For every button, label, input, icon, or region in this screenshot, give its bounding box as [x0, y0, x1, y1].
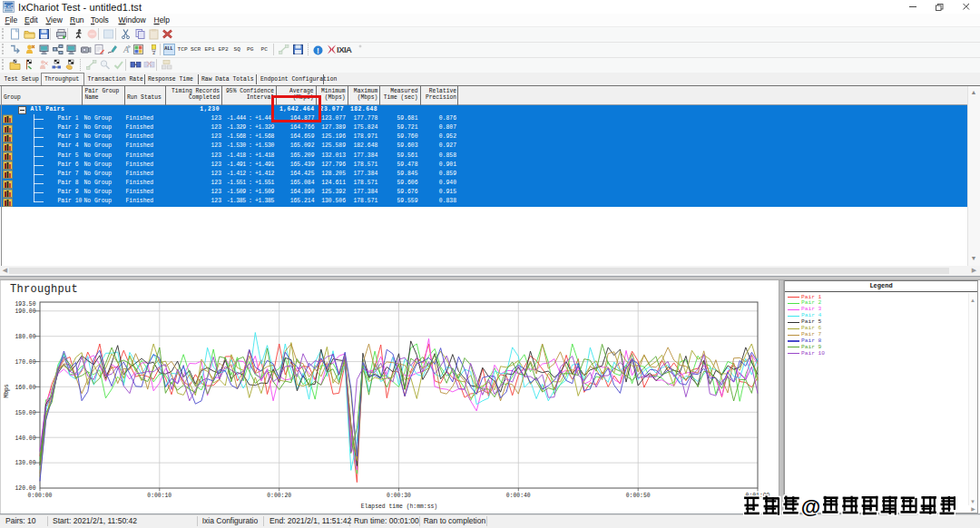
svg-text:180.00: 180.00	[15, 334, 35, 340]
svg-text:0:00:50: 0:00:50	[626, 493, 651, 499]
svg-text:0:00:40: 0:00:40	[506, 493, 531, 499]
svg-text:170.00: 170.00	[15, 359, 35, 366]
svg-text:0:00:10: 0:00:10	[147, 493, 172, 499]
svg-text:120.00: 120.00	[15, 485, 35, 492]
svg-text:Mbps: Mbps	[4, 384, 10, 398]
svg-text:0:00:20: 0:00:20	[267, 493, 291, 499]
svg-text:190.00: 190.00	[15, 308, 35, 315]
svg-text:Elapsed time (h:mm:ss): Elapsed time (h:mm:ss)	[361, 504, 437, 510]
svg-text:160.00: 160.00	[15, 385, 35, 391]
svg-text:150.00: 150.00	[15, 410, 35, 416]
svg-text:0:00:30: 0:00:30	[387, 493, 411, 499]
svg-text:@: @	[801, 495, 820, 518]
svg-text:0:00:00: 0:00:00	[28, 493, 53, 499]
svg-text:193.50: 193.50	[15, 301, 35, 308]
svg-text:130.00: 130.00	[15, 460, 35, 466]
svg-text:140.00: 140.00	[15, 435, 35, 442]
